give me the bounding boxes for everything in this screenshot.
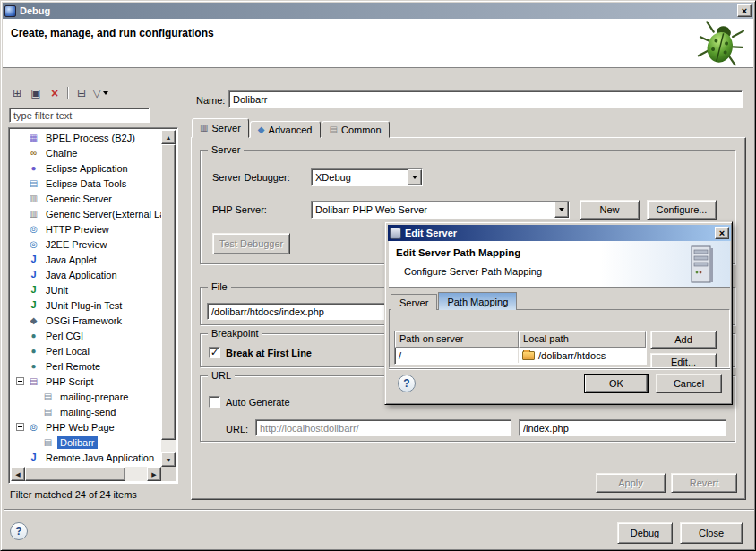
remote-java-icon: J bbox=[27, 452, 40, 463]
window-titlebar[interactable]: Debug × bbox=[3, 3, 753, 19]
auto-generate-checkbox[interactable] bbox=[209, 396, 220, 408]
tree-item-dolibarr[interactable]: ▤Dolibarr bbox=[11, 435, 161, 450]
chevron-down-icon bbox=[559, 208, 564, 214]
tree-item-label: PHP Web Page bbox=[43, 421, 117, 434]
tree-item-osgi-framework[interactable]: ◆OSGi Framework bbox=[11, 313, 161, 328]
tree-item-http-preview[interactable]: ◎HTTP Preview bbox=[11, 221, 161, 237]
revert-button[interactable]: Revert bbox=[671, 473, 737, 493]
table-row[interactable]: / /dolibarr/htdocs bbox=[395, 348, 646, 363]
url-path-input[interactable] bbox=[519, 419, 726, 436]
close-button[interactable]: Close bbox=[680, 522, 743, 544]
base-url-input[interactable] bbox=[255, 419, 511, 436]
dialog-tab-server[interactable]: Server bbox=[391, 294, 437, 310]
tree-item-bpel-process-b2j[interactable]: ▦BPEL Process (B2J) bbox=[11, 130, 161, 145]
tree-item-perl-cgi[interactable]: ●Perl CGI bbox=[11, 328, 161, 343]
tree-item-php-script[interactable]: ▤PHP Script bbox=[11, 374, 161, 389]
name-input[interactable] bbox=[228, 90, 743, 108]
test-debugger-button[interactable]: Test Debugger bbox=[212, 233, 290, 254]
vertical-scrollbar-thumb[interactable] bbox=[161, 144, 176, 440]
ok-button[interactable]: OK bbox=[584, 374, 649, 393]
tab-server-label: Server bbox=[211, 123, 240, 133]
tree-item-generic-server[interactable]: ▥Generic Server bbox=[11, 191, 161, 206]
tree-item-java-applet[interactable]: JJava Applet bbox=[11, 252, 161, 267]
tree-item-label: Generic Server bbox=[43, 193, 115, 205]
footer-separator bbox=[4, 509, 754, 511]
help-button[interactable]: ? bbox=[10, 522, 28, 540]
banner: Create, manage, and run configurations bbox=[3, 19, 753, 68]
column-header-local-path[interactable]: Local path bbox=[519, 331, 646, 348]
dialog-banner: Edit Server Path Mapping Configure Serve… bbox=[389, 241, 730, 288]
collapse-expander-icon[interactable] bbox=[16, 377, 24, 385]
tree-item-perl-local[interactable]: ●Perl Local bbox=[11, 343, 161, 358]
tab-common[interactable]: ▤ Common bbox=[322, 121, 390, 138]
break-at-first-line-checkbox[interactable]: ✓ bbox=[209, 347, 220, 358]
chain-icon: ∞ bbox=[27, 147, 40, 159]
horizontal-scrollbar-thumb[interactable] bbox=[25, 467, 125, 481]
debug-button[interactable]: Debug bbox=[617, 522, 673, 544]
add-button[interactable]: Add bbox=[650, 331, 717, 349]
check-icon: ✓ bbox=[210, 348, 219, 357]
collapse-all-button[interactable]: ⊟ bbox=[73, 85, 90, 101]
php-server-dropdown-button[interactable] bbox=[554, 202, 569, 218]
column-header-path-on-server[interactable]: Path on server bbox=[395, 331, 519, 348]
tree-item-j2ee-preview[interactable]: ◎J2EE Preview bbox=[11, 237, 161, 252]
configure-button[interactable]: Configure... bbox=[647, 200, 717, 220]
new-configuration-button[interactable]: ⊞ bbox=[8, 85, 26, 101]
tree-item-label: Dolibarr bbox=[57, 436, 98, 449]
duplicate-configuration-button[interactable]: ▣ bbox=[27, 85, 45, 101]
filter-button[interactable]: ▽ bbox=[91, 85, 109, 101]
edit-button[interactable]: Edit... bbox=[650, 353, 717, 367]
php-server-value: Dolibarr PHP Web Server bbox=[312, 204, 554, 215]
tree-item-php-web-page[interactable]: ◎PHP Web Page bbox=[11, 419, 161, 435]
window-close-button[interactable]: × bbox=[737, 4, 752, 17]
server-debugger-dropdown-button[interactable] bbox=[408, 169, 422, 185]
tree-item-eclipse-data-tools[interactable]: ▤Eclipse Data Tools bbox=[11, 176, 161, 191]
tree-item-remote-java-application[interactable]: JRemote Java Application bbox=[11, 450, 161, 465]
table-header-row: Path on server Local path bbox=[395, 331, 646, 348]
tree-horizontal-scrollbar[interactable]: ◀ ▶ bbox=[11, 467, 161, 481]
tab-advanced-label: Advanced bbox=[269, 125, 313, 135]
debug-window: Debug × Create, manage, and run configur… bbox=[0, 0, 756, 551]
php-server-combo[interactable]: Dolibarr PHP Web Server bbox=[311, 201, 570, 219]
junit-plugin-icon: J bbox=[27, 299, 40, 311]
tree-item-eclipse-application[interactable]: ●Eclipse Application bbox=[11, 160, 161, 176]
tree-item-cha-ne[interactable]: ∞Chaîne bbox=[11, 145, 161, 160]
configuration-tree-box: ▦BPEL Process (B2J)∞Chaîne●Eclipse Appli… bbox=[8, 127, 178, 484]
dialog-tab-server-label: Server bbox=[399, 297, 428, 308]
scroll-down-button[interactable]: ▼ bbox=[161, 452, 176, 467]
tree-toolbar: ⊞ ▣ × ⊟ ▽ bbox=[8, 83, 178, 103]
tree-item-junit[interactable]: JJUnit bbox=[11, 282, 161, 297]
collapse-expander-icon[interactable] bbox=[16, 423, 24, 431]
dialog-help-button[interactable]: ? bbox=[398, 375, 416, 392]
filter-status: Filter matched 24 of 24 items bbox=[10, 489, 137, 500]
new-server-button[interactable]: New bbox=[580, 200, 640, 220]
scroll-up-button[interactable]: ▲ bbox=[161, 130, 176, 144]
delete-configuration-button[interactable]: × bbox=[46, 85, 64, 101]
tab-server[interactable]: ▥ Server bbox=[192, 118, 249, 138]
path-mapping-table[interactable]: Path on server Local path / /dolibarr/ht… bbox=[394, 331, 647, 365]
tree-item-junit-plug-in-test[interactable]: JJUnit Plug-in Test bbox=[11, 297, 161, 313]
tree-item-generic-server-external-la[interactable]: ▥Generic Server(External La bbox=[11, 206, 161, 221]
tree-item-java-application[interactable]: JJava Application bbox=[11, 267, 161, 282]
php-file-icon: ▤ bbox=[41, 391, 55, 402]
tree-vertical-scrollbar[interactable]: ▲ ▼ bbox=[161, 130, 176, 467]
cancel-button[interactable]: Cancel bbox=[656, 374, 722, 393]
apply-button[interactable]: Apply bbox=[596, 473, 666, 493]
dialog-tab-path-mapping[interactable]: Path Mapping bbox=[438, 292, 517, 310]
tree-item-perl-remote[interactable]: ●Perl Remote bbox=[11, 358, 161, 374]
perl-local-icon: ● bbox=[27, 345, 40, 357]
dialog-titlebar[interactable]: Edit Server × bbox=[388, 225, 731, 241]
name-label: Name: bbox=[196, 95, 225, 106]
filter-input[interactable] bbox=[9, 108, 150, 123]
scroll-right-button[interactable]: ▶ bbox=[147, 467, 161, 481]
config-tree[interactable]: ▦BPEL Process (B2J)∞Chaîne●Eclipse Appli… bbox=[11, 130, 161, 467]
path-on-server-cell: / bbox=[395, 348, 519, 363]
scroll-left-button[interactable]: ◀ bbox=[11, 467, 25, 481]
help-icon: ? bbox=[403, 377, 409, 390]
tree-item-mailing-prepare[interactable]: ▤mailing-prepare bbox=[11, 389, 161, 404]
tab-advanced[interactable]: ◆ Advanced bbox=[250, 121, 321, 138]
tree-item-mailing-send[interactable]: ▤mailing-send bbox=[11, 404, 161, 419]
php-script-icon: ▤ bbox=[27, 375, 40, 387]
dialog-close-button[interactable]: × bbox=[715, 227, 729, 239]
server-debugger-combo[interactable]: XDebug bbox=[311, 168, 423, 186]
